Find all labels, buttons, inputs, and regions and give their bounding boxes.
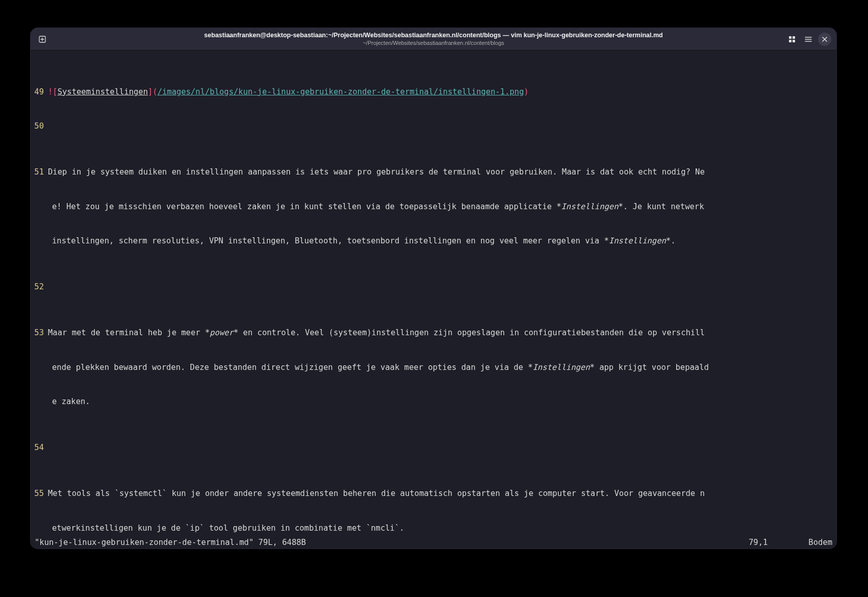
svg-rect-1 [789, 36, 792, 39]
line-number: 55 [31, 488, 48, 500]
grid-icon [788, 36, 796, 43]
window-subtitle: ~/Projecten/Websites/sebastiaanfranken.n… [204, 39, 662, 46]
status-scroll: Bodem [808, 538, 832, 547]
code-line: Diep in je systeem duiken en instellinge… [48, 166, 831, 178]
new-tab-button[interactable] [36, 33, 49, 46]
svg-rect-2 [793, 36, 795, 39]
status-position: 79,1 [749, 538, 768, 547]
code-line-wrap: e! Het zou je misschien verbazen hoeveel… [52, 201, 831, 213]
line-number: 49 [31, 86, 48, 98]
editor-area[interactable]: 49![Systeeminstellingen](/images/nl/blog… [31, 51, 836, 537]
code-line-wrap: instellingen, scherm resoluties, VPN ins… [52, 235, 831, 247]
hamburger-menu-button[interactable] [802, 33, 815, 46]
close-button[interactable] [818, 33, 831, 46]
code-line: Maar met de terminal heb je meer *power*… [48, 327, 831, 339]
window-title: sebastiaanfranken@desktop-sebastiaan:~/P… [204, 31, 662, 39]
code-line: ![Systeeminstellingen](/images/nl/blogs/… [48, 86, 831, 98]
grid-button[interactable] [785, 33, 799, 46]
line-number: 52 [31, 281, 48, 293]
code-line-wrap: ende plekken bewaard worden. Deze bestan… [52, 362, 831, 374]
hamburger-icon [804, 35, 812, 43]
code-line-wrap: e zaken. [52, 396, 831, 408]
titlebar-center: sebastiaanfranken@desktop-sebastiaan:~/P… [204, 31, 662, 47]
line-number: 54 [31, 442, 48, 454]
svg-rect-4 [793, 40, 795, 42]
plus-square-icon [38, 35, 46, 43]
close-icon [822, 36, 828, 42]
code-line: Met tools als `systemctl` kun je onder a… [48, 488, 831, 500]
svg-rect-3 [789, 40, 792, 42]
titlebar-left [31, 33, 49, 46]
line-number: 50 [31, 120, 48, 132]
terminal-window: sebastiaanfranken@desktop-sebastiaan:~/P… [31, 28, 836, 549]
code-line-wrap: etwerkinstelligen kun je de `ip` tool ge… [52, 523, 831, 534]
status-file: "kun-je-linux-gebruiken-zonder-de-termin… [35, 538, 306, 547]
vim-status-line: "kun-je-linux-gebruiken-zonder-de-termin… [31, 537, 836, 549]
window-titlebar: sebastiaanfranken@desktop-sebastiaan:~/P… [31, 28, 836, 51]
titlebar-right [785, 33, 836, 46]
line-number: 51 [31, 166, 48, 178]
line-number: 53 [31, 327, 48, 339]
